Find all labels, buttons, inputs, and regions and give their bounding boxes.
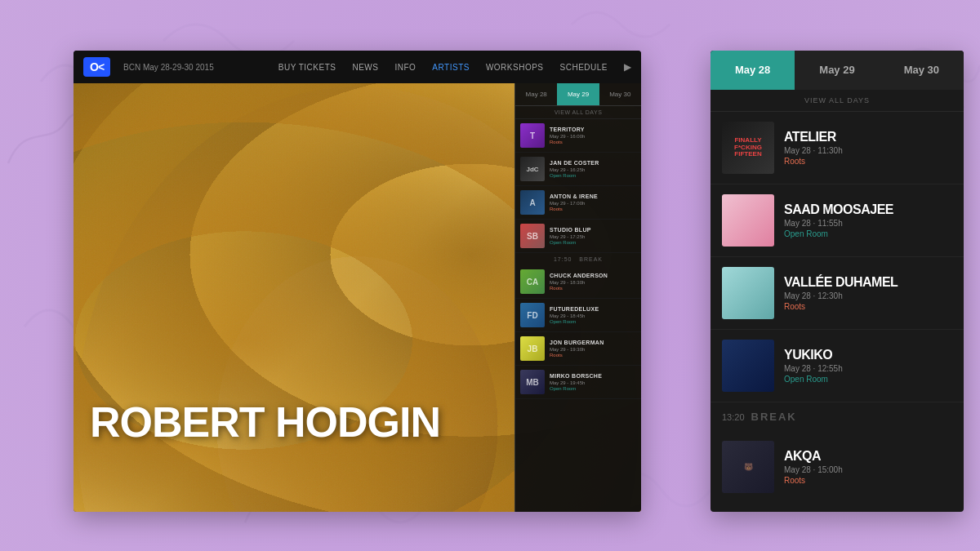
schedule-item[interactable]: JB JON BURGERMAN May 29 - 19:30h Roots [515,332,641,366]
right-artist-name: YUKIKO [784,348,952,362]
right-schedule-item-saad[interactable]: SAAD MOOSAJEE May 28 · 11:55h Open Room [710,184,964,257]
schedule-room: Roots [550,353,636,358]
left-website-panel: O< BCN May 28-29-30 2015 BUY TICKETS new… [74,51,641,512]
schedule-time: May 29 - 16:00h [550,134,636,139]
right-room: Open Room [784,375,952,384]
schedule-tab-may30[interactable]: May 30 [599,83,641,106]
schedule-info: CHUCK ANDERSON May 29 - 18:30h Roots [550,273,636,291]
schedule-name: FUTUREDELUXE [550,306,636,313]
nav-link-schedule[interactable]: schedule [560,63,608,72]
schedule-tab-may29[interactable]: May 29 [557,83,599,106]
break-label: BREAK [751,411,797,423]
nav-logo[interactable]: O< [83,57,110,77]
schedule-info: ANTON & IRENE May 29 - 17:00h Roots [550,193,636,211]
schedule-name: CHUCK ANDERSON [550,273,636,279]
nav-link-news[interactable]: news [352,63,378,72]
right-room: Open Room [784,229,952,238]
schedule-room: Roots [550,140,636,144]
right-info: VALLÉE DUHAMEL May 28 · 12:30h Roots [784,275,952,312]
right-room: Roots [784,302,952,311]
nav-link-buy-tickets[interactable]: BUY TICKETS [278,63,336,72]
schedule-info: TERRITORY May 29 - 16:00h Roots [550,127,636,144]
schedule-time: May 29 - 18:30h [550,280,636,285]
right-artist-name: SAAD MOOSAJEE [784,202,952,217]
schedule-room: Open Room [550,173,636,178]
schedule-thumb: A [520,190,545,215]
schedule-info: MIRKO BORSCHE May 29 - 19:45h Open Room [550,373,636,391]
schedule-thumb: FD [520,303,545,327]
schedule-name: STUDIO BLUP [550,227,636,233]
schedule-thumb: SB [520,224,545,248]
schedule-break: 17:50 BREAK [515,253,641,265]
schedule-item[interactable]: T TERRITORY May 29 - 16:00h Roots [515,119,641,153]
schedule-info: FUTUREDELUXE May 29 - 18:45h Open Room [550,306,636,324]
right-info: AKQA May 28 · 15:00h Roots [784,449,952,486]
right-tab-may29[interactable]: May 29 [795,51,879,90]
schedule-tabs: May 28 May 29 May 30 [515,83,641,106]
right-schedule-item-vallee[interactable]: VALLÉE DUHAMEL May 28 · 12:30h Roots [710,257,964,330]
right-schedule-item-akqa[interactable]: 🐻 AKQA May 28 · 15:00h Roots [710,431,964,500]
right-schedule-item-atelier[interactable]: FINALLYF*CKINGFIFTEEN ATELIER May 28 · 1… [710,112,964,184]
schedule-item[interactable]: A ANTON & IRENE May 29 - 17:00h Roots [515,186,641,220]
logo-icon: O< [90,60,104,73]
right-room: Roots [784,476,952,485]
right-tabs: May 28 May 29 May 30 [710,51,964,90]
schedule-thumb: JdC [520,157,545,181]
schedule-time: May 29 - 16:25h [550,167,636,172]
right-time: May 28 · 12:55h [784,364,952,373]
schedule-room: Roots [550,286,636,291]
right-tab-may28[interactable]: May 28 [710,51,795,90]
right-artist-name: VALLÉE DUHAMEL [784,275,952,290]
schedule-thumb: T [520,123,545,148]
right-view-all-label[interactable]: VIEW ALL DAYS [710,90,964,112]
right-schedule-items: FINALLYF*CKINGFIFTEEN ATELIER May 28 · 1… [710,112,964,500]
view-all-days-label[interactable]: VIEW ALL DAYS [515,106,641,119]
right-time: May 28 · 11:55h [784,219,952,228]
right-time: May 28 · 11:30h [784,146,952,155]
hero-area: ROBERT HODGIN May 28 May 29 May 30 VIEW … [74,83,641,512]
right-time: May 28 · 15:00h [784,465,952,474]
right-info: ATELIER May 28 · 11:30h Roots [784,130,952,167]
nav-link-workshops[interactable]: workshops [486,63,544,72]
schedule-item[interactable]: SB STUDIO BLUP May 29 - 17:25h Open Room [515,220,641,253]
right-time: May 28 · 12:30h [784,291,952,300]
nav-link-artists[interactable]: artists [432,63,470,72]
right-thumb-akqa: 🐻 [722,441,774,493]
schedule-name: MIRKO BORSCHE [550,373,636,380]
break-time: 13:20 [722,412,745,422]
schedule-info: JON BURGERMAN May 29 - 19:30h Roots [550,340,636,358]
right-tab-may30[interactable]: May 30 [880,51,964,90]
schedule-item[interactable]: CA CHUCK ANDERSON May 29 - 18:30h Roots [515,265,641,299]
schedule-info: STUDIO BLUP May 29 - 17:25h Open Room [550,227,636,245]
right-schedule-panel: May 28 May 29 May 30 VIEW ALL DAYS FINAL… [710,51,964,512]
right-info: SAAD MOOSAJEE May 28 · 11:55h Open Room [784,202,952,239]
schedule-tab-may28[interactable]: May 28 [515,83,557,106]
schedule-sidebar: May 28 May 29 May 30 VIEW ALL DAYS T TER… [514,83,641,512]
schedule-time: May 29 - 18:45h [550,313,636,318]
schedule-time: May 29 - 17:25h [550,234,636,239]
schedule-time: May 29 - 19:30h [550,347,636,352]
right-info: YUKIKO May 28 · 12:55h Open Room [784,348,952,384]
right-thumb-saad [722,194,774,247]
schedule-room: Open Room [550,319,636,324]
schedule-items-list: T TERRITORY May 29 - 16:00h Roots JdC JA… [515,119,641,507]
schedule-thumb: MB [520,370,545,394]
nav-location: BCN May 28-29-30 2015 [123,63,214,72]
schedule-room: Open Room [550,240,636,245]
schedule-name: TERRITORY [550,127,636,133]
schedule-name: JON BURGERMAN [550,340,636,346]
schedule-item[interactable]: JdC JAN DE COSTER May 29 - 16:25h Open R… [515,153,641,186]
schedule-room: Open Room [550,386,636,391]
schedule-item[interactable]: FD FUTUREDELUXE May 29 - 18:45h Open Roo… [515,299,641,332]
right-schedule-item-yukiko[interactable]: YUKIKO May 28 · 12:55h Open Room [710,330,964,402]
schedule-name: JAN DE COSTER [550,160,636,167]
nav-links: BUY TICKETS news info artists workshops … [278,61,631,73]
right-room: Roots [784,157,952,166]
nav-arrow-icon: ▶ [624,61,631,73]
schedule-time: May 29 - 19:45h [550,380,636,385]
right-thumb-vallee [722,267,774,319]
schedule-item[interactable]: MB MIRKO BORSCHE May 29 - 19:45h Open Ro… [515,366,641,399]
hero-title: ROBERT HODGIN [90,398,440,447]
nav-link-info[interactable]: info [394,63,416,72]
schedule-room: Roots [550,207,636,211]
